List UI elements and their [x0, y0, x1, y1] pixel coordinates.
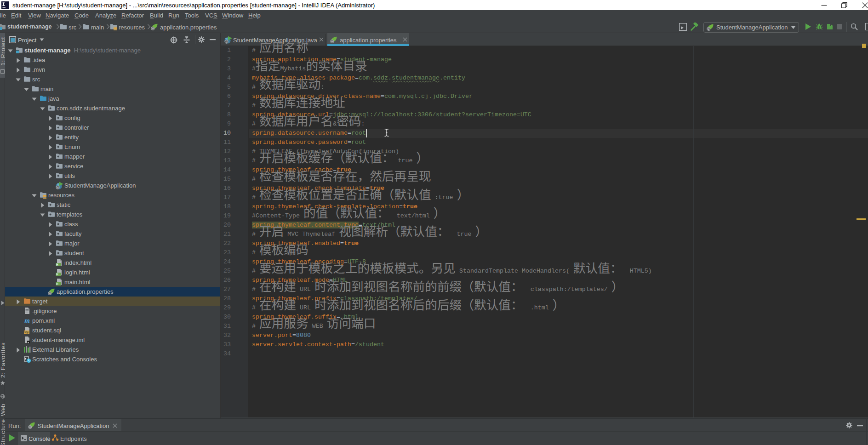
svg-text:SQL: SQL	[24, 331, 29, 334]
svg-text:H: H	[56, 263, 58, 266]
svg-text:H: H	[56, 282, 58, 285]
svg-text:H: H	[56, 273, 58, 276]
